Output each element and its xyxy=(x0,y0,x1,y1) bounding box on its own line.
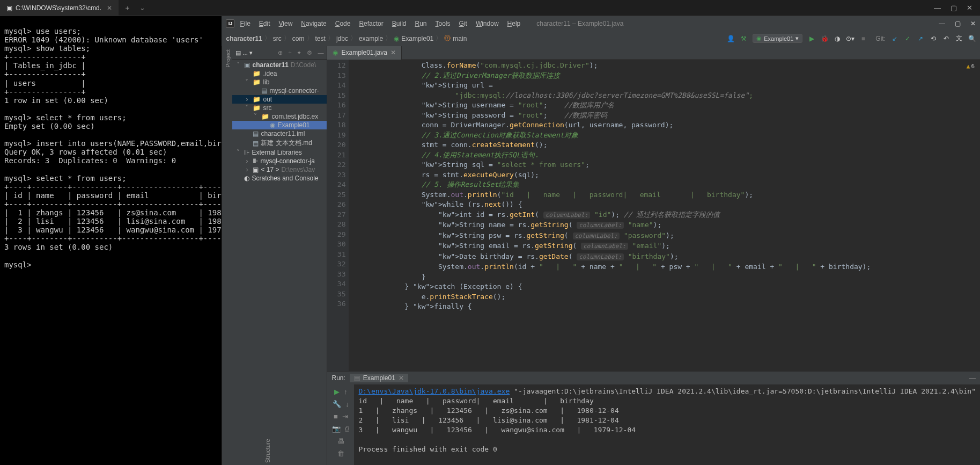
menu-build[interactable]: Build xyxy=(389,19,410,28)
ide-minimize-icon[interactable]: — xyxy=(939,20,945,27)
tree-node[interactable]: ˅📁 src xyxy=(232,104,327,112)
breadcrumb-item[interactable]: main xyxy=(453,35,467,42)
structure-tool-stripe[interactable]: Structure xyxy=(261,433,272,465)
run-output[interactable]: D:\envs\Java\jdk-17.0.8\bin\java.exe "-j… xyxy=(354,384,980,465)
java-exe-link[interactable]: D:\envs\Java\jdk-17.0.8\bin\java.exe xyxy=(358,387,510,395)
tree-node[interactable]: ›📁 out xyxy=(232,95,327,104)
tree-node[interactable]: ▤ character11.iml xyxy=(232,129,327,138)
target-icon[interactable]: ⊕ xyxy=(278,49,283,56)
warning-count: 6 xyxy=(971,63,975,70)
window-titlebar: ▣ C:\WINDOWS\system32\cmd. ✕ ＋ ⌄ — ▢ ✕ xyxy=(0,0,980,16)
terminal-tab[interactable]: ▣ C:\WINDOWS\system32\cmd. ✕ xyxy=(0,0,119,16)
collapse-icon[interactable]: ÷ xyxy=(288,49,291,56)
run-toolbar: ▶↑ 🔧↓ ■⇥ 📷⎙ 🖶 🗑 xyxy=(327,384,354,465)
editor-tab[interactable]: ◉ Example01.java ✕ xyxy=(327,46,401,60)
print-icon[interactable]: 🖶 xyxy=(337,437,344,445)
hide-icon[interactable]: — xyxy=(318,49,323,56)
tree-node[interactable]: ˅📁 lib xyxy=(232,78,327,86)
menu-code[interactable]: Code xyxy=(332,19,354,28)
close-tab-icon[interactable]: ✕ xyxy=(390,49,396,56)
run-tab-label: Example01 xyxy=(363,374,395,382)
trash-icon[interactable]: 🗑 xyxy=(337,449,344,457)
search-icon[interactable]: 🔍 xyxy=(968,35,976,42)
menu-view[interactable]: View xyxy=(276,19,296,28)
project-dropdown[interactable]: ▤ ... ▾ xyxy=(235,49,252,56)
breadcrumb-item[interactable]: jdbc xyxy=(336,35,348,42)
breadcrumb-item[interactable]: Example01 xyxy=(401,35,433,42)
maximize-icon[interactable]: ▢ xyxy=(950,4,957,12)
tree-node[interactable]: ˅📁 com.test.jdbc.ex xyxy=(232,112,327,121)
tree-node[interactable]: ▤ mysql-connector- xyxy=(232,86,327,95)
git-push-icon[interactable]: ↗ xyxy=(917,35,924,42)
project-tree[interactable]: ˅▣ character11 D:\Code\📁 .idea˅📁 lib▤ my… xyxy=(232,60,327,465)
down-icon[interactable]: ↓ xyxy=(345,400,349,408)
run-icon[interactable]: ▶ xyxy=(808,35,815,42)
breadcrumb-item[interactable]: example xyxy=(359,35,383,42)
window-title: character11 – Example01.java xyxy=(536,20,623,27)
ide-close-icon[interactable]: ✕ xyxy=(970,20,976,27)
output-icon[interactable]: ⎙ xyxy=(345,425,349,433)
menu-navigate[interactable]: Navigate xyxy=(298,19,329,28)
run-tab[interactable]: ▤ Example01 ✕ xyxy=(350,374,408,382)
breadcrumb-item[interactable]: src xyxy=(273,35,282,42)
warning-icon[interactable]: ▲ xyxy=(967,63,970,70)
close-window-icon[interactable]: ✕ xyxy=(967,4,972,12)
tree-node[interactable]: 📁 .idea xyxy=(232,69,327,78)
ide-menubar: IJ FileEditViewNavigateCodeRefactorBuild… xyxy=(222,16,980,31)
run-hide-icon[interactable]: — xyxy=(969,374,976,382)
expand-icon[interactable]: ✦ xyxy=(297,49,301,56)
java-args: "-javaagent:D:\jetbrains\IntelliJ IDEA 2… xyxy=(510,387,976,395)
code-area[interactable]: Class.forName("com.mysql.cj.jdbc.Driver"… xyxy=(349,60,980,371)
stop-run-icon[interactable]: ■ xyxy=(334,412,338,420)
ide-window: IJ FileEditViewNavigateCodeRefactorBuild… xyxy=(222,16,980,465)
close-run-tab-icon[interactable]: ✕ xyxy=(399,374,404,382)
menu-file[interactable]: File xyxy=(237,19,253,28)
gear-icon[interactable]: ⚙ xyxy=(307,49,312,56)
tree-node[interactable]: ▤ 新建 文本文档.md xyxy=(232,138,327,148)
breadcrumb-item[interactable]: com xyxy=(292,35,305,42)
rerun-icon[interactable]: ▶ xyxy=(334,388,340,396)
editor-tabs: ◉ Example01.java ✕ xyxy=(327,46,980,60)
wrap-icon[interactable]: ⇥ xyxy=(342,412,348,420)
git-history-icon[interactable]: ⟲ xyxy=(930,35,937,42)
breadcrumb-item[interactable]: character11 xyxy=(226,35,262,42)
add-config-icon[interactable]: 👤 xyxy=(727,35,734,42)
menu-run[interactable]: Run xyxy=(411,19,430,28)
breadcrumb-toolbar: character11〉src〉com〉test〉jdbc〉example〉◉ … xyxy=(222,31,980,46)
breadcrumb-item[interactable]: test xyxy=(315,35,326,42)
project-tool-stripe[interactable]: Project xyxy=(222,46,232,465)
menu-window[interactable]: Window xyxy=(473,19,502,28)
cmd-icon: ▣ xyxy=(6,4,12,12)
coverage-icon[interactable]: ◑ xyxy=(834,35,841,42)
git-rollback-icon[interactable]: ↶ xyxy=(942,35,950,42)
terminal-tab-label: C:\WINDOWS\system32\cmd. xyxy=(16,4,101,12)
menu-edit[interactable]: Edit xyxy=(256,19,274,28)
profile-icon[interactable]: ⊙▾ xyxy=(846,35,854,42)
git-commit-icon[interactable]: ✓ xyxy=(904,35,911,42)
terminal-output[interactable]: mysql> use users; ERROR 1049 (42000): Un… xyxy=(0,16,222,465)
tab-dropdown-icon[interactable]: ⌄ xyxy=(136,4,149,12)
code-editor[interactable]: 1213141516171819202122232425262728293031… xyxy=(327,60,980,371)
hammer-icon[interactable]: ⚒ xyxy=(740,35,747,42)
minimize-icon[interactable]: — xyxy=(934,4,941,12)
close-icon[interactable]: ✕ xyxy=(107,4,112,12)
editor-tab-label: Example01.java xyxy=(341,49,387,56)
ide-maximize-icon[interactable]: ▢ xyxy=(955,20,961,27)
menu-tools[interactable]: Tools xyxy=(432,19,454,28)
menu-git[interactable]: Git xyxy=(456,19,470,28)
git-label: Git: xyxy=(875,35,886,42)
tree-node[interactable]: ◉ Example01 xyxy=(232,121,327,129)
git-pull-icon[interactable]: ↙ xyxy=(891,35,898,42)
camera-icon[interactable]: 📷 xyxy=(332,425,341,433)
chinese-icon[interactable]: 文 xyxy=(955,35,963,42)
run-label: Run: xyxy=(331,374,345,382)
line-gutter: 1213141516171819202122232425262728293031… xyxy=(327,60,349,371)
stop-icon[interactable]: ■ xyxy=(859,35,867,42)
run-configuration-select[interactable]: ◉Example01▾ xyxy=(753,34,802,43)
debug-icon[interactable]: 🐞 xyxy=(821,35,828,42)
up-icon[interactable]: ↑ xyxy=(344,388,348,396)
menu-refactor[interactable]: Refactor xyxy=(356,19,386,28)
new-tab-button[interactable]: ＋ xyxy=(119,3,136,13)
menu-help[interactable]: Help xyxy=(504,19,524,28)
wrench-icon[interactable]: 🔧 xyxy=(333,400,341,408)
